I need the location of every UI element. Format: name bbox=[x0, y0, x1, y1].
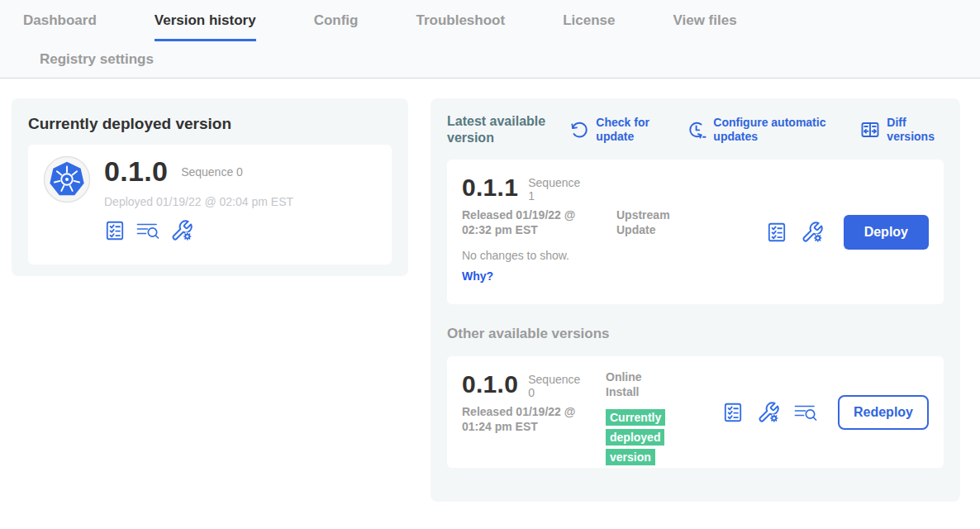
latest-version-actions: Deploy bbox=[766, 215, 929, 250]
currently-deployed-title: Currently deployed version bbox=[28, 115, 392, 133]
other-version-number: 0.1.0 bbox=[462, 370, 518, 398]
deployed-version-card: 0.1.0 Sequence 0 Deployed 01/19/22 @ 02:… bbox=[28, 145, 392, 264]
deploy-logs-icon[interactable] bbox=[136, 221, 160, 241]
diff-versions-icon bbox=[860, 120, 880, 140]
redeploy-button[interactable]: Redeploy bbox=[838, 395, 929, 430]
tab-config[interactable]: Config bbox=[314, 0, 359, 41]
check-for-update-label: Check for update bbox=[596, 116, 665, 145]
currently-deployed-badge: Currently deployed version bbox=[606, 409, 665, 465]
available-versions-header: Latest available version Check for updat… bbox=[447, 113, 944, 146]
other-version-source-column: Online Install Currently deployed versio… bbox=[606, 369, 684, 467]
check-for-update-link[interactable]: Check for update bbox=[569, 116, 665, 145]
diff-versions-label: Diff versions bbox=[887, 116, 944, 145]
diff-versions-link[interactable]: Diff versions bbox=[860, 116, 944, 145]
configure-automatic-updates-label: Configure automatic updates bbox=[713, 116, 839, 145]
latest-sequence-label: Sequence 1 bbox=[528, 173, 588, 203]
other-sequence-label: Sequence 0 bbox=[528, 369, 588, 399]
configure-automatic-updates-link[interactable]: Configure automatic updates bbox=[687, 116, 839, 145]
other-available-versions-title: Other available versions bbox=[447, 326, 944, 342]
tab-registry-settings[interactable]: Registry settings bbox=[40, 49, 154, 70]
latest-available-title: Latest available version bbox=[447, 113, 548, 146]
available-versions-panel: Latest available version Check for updat… bbox=[431, 98, 960, 502]
deploy-logs-icon[interactable] bbox=[793, 403, 818, 422]
deployed-version-number: 0.1.0 bbox=[104, 155, 168, 188]
latest-released-timestamp: Released 01/19/22 @ 02:32 pm EST bbox=[462, 207, 594, 237]
preflight-checks-icon[interactable] bbox=[766, 222, 787, 243]
tab-version-history[interactable]: Version history bbox=[155, 0, 256, 41]
latest-version-number: 0.1.1 bbox=[462, 174, 518, 202]
edit-config-icon[interactable] bbox=[170, 219, 193, 242]
tab-dashboard[interactable]: Dashboard bbox=[23, 0, 97, 41]
other-version-details: 0.1.0 Sequence 0 Released 01/19/22 @ 01:… bbox=[462, 369, 594, 467]
nav-tabs-row: Dashboard Version history Config Trouble… bbox=[0, 0, 980, 41]
other-released-timestamp: Released 01/19/22 @ 01:24 pm EST bbox=[462, 404, 594, 434]
deployed-version-details: 0.1.0 Sequence 0 Deployed 01/19/22 @ 02:… bbox=[104, 155, 293, 254]
currently-deployed-panel: Currently deployed version bbox=[12, 98, 408, 276]
why-link[interactable]: Why? bbox=[462, 269, 493, 283]
other-version-card: 0.1.0 Sequence 0 Released 01/19/22 @ 01:… bbox=[447, 356, 944, 468]
deploy-button[interactable]: Deploy bbox=[844, 215, 929, 250]
deployed-timestamp: Deployed 01/19/22 @ 02:04 pm EST bbox=[104, 195, 293, 208]
deployed-sequence-label: Sequence 0 bbox=[181, 165, 243, 179]
preflight-checks-icon[interactable] bbox=[722, 402, 744, 423]
tab-license[interactable]: License bbox=[563, 0, 615, 41]
top-navbar: Dashboard Version history Config Trouble… bbox=[0, 0, 980, 79]
tab-troubleshoot[interactable]: Troubleshoot bbox=[416, 0, 505, 41]
refresh-icon bbox=[569, 120, 589, 140]
no-changes-note: No changes to show. bbox=[462, 249, 929, 262]
edit-config-icon[interactable] bbox=[757, 401, 780, 424]
page-content: Currently deployed version bbox=[0, 79, 980, 529]
kubernetes-logo-icon bbox=[43, 155, 91, 203]
other-source-label: Online Install bbox=[606, 369, 672, 399]
auto-update-icon bbox=[687, 120, 706, 140]
nav-tabs-row-2: Registry settings bbox=[0, 41, 980, 78]
other-version-actions: Redeploy bbox=[722, 395, 929, 430]
tab-view-files[interactable]: View files bbox=[673, 0, 736, 41]
edit-config-icon[interactable] bbox=[801, 221, 824, 244]
latest-version-card: 0.1.1 Sequence 1 Released 01/19/22 @ 02:… bbox=[447, 160, 944, 304]
latest-source-label: Upstream Update bbox=[616, 207, 689, 237]
preflight-checks-icon[interactable] bbox=[104, 220, 126, 241]
